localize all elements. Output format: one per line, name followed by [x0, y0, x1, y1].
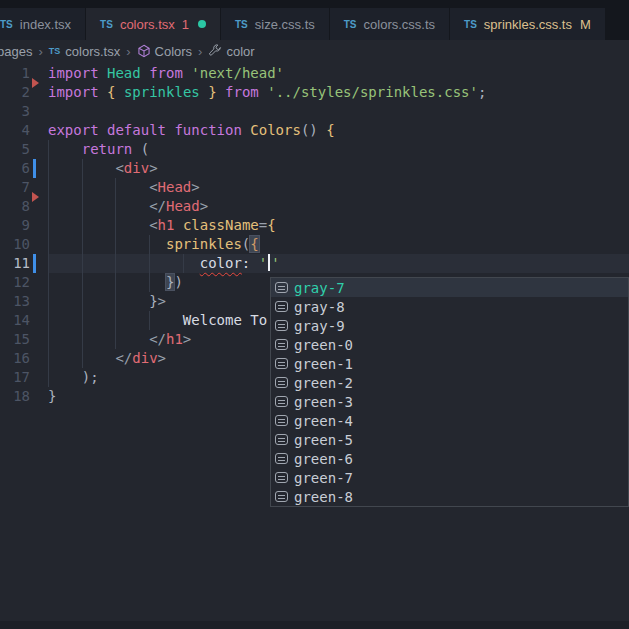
code-token: }: [149, 293, 157, 309]
code-token: (: [132, 141, 149, 157]
breadcrumb-item-pages[interactable]: pages: [0, 44, 32, 59]
tab-colors[interactable]: TScolors.tsx1: [86, 8, 221, 40]
line-number[interactable]: 14: [0, 311, 30, 330]
code-line-8: 8</Head>: [0, 197, 629, 216]
line-number[interactable]: 10: [0, 235, 30, 254]
line-number[interactable]: 17: [0, 368, 30, 387]
code-token: >: [183, 331, 191, 347]
code-line-content[interactable]: <Head>: [48, 178, 629, 197]
code-line-7: 7<Head>: [0, 178, 629, 197]
tab-size[interactable]: TSsize.css.ts: [221, 8, 330, 40]
line-number[interactable]: 13: [0, 292, 30, 311]
suggest-item-label: green-4: [294, 413, 353, 429]
code-token: {: [267, 217, 275, 233]
gutter-decorations: [30, 102, 48, 121]
line-number[interactable]: 18: [0, 387, 30, 406]
code-line-content[interactable]: [48, 102, 629, 121]
suggest-item-label: green-3: [294, 394, 353, 410]
breadcrumb-item-Colors[interactable]: Colors: [137, 44, 193, 59]
line-number[interactable]: 4: [0, 121, 30, 140]
line-number[interactable]: 9: [0, 216, 30, 235]
code-token: [200, 84, 208, 100]
code-line-content[interactable]: <div>: [48, 159, 629, 178]
suggest-item-green-0[interactable]: green-0: [271, 335, 628, 354]
indent-guides: [48, 178, 147, 197]
code-line-11: 11color: '': [0, 254, 629, 273]
tab-sprinkles[interactable]: TSsprinkles.css.tsM: [450, 8, 606, 40]
code-line-content[interactable]: color: '': [48, 254, 629, 273]
suggest-item-label: green-5: [294, 432, 353, 448]
code-line-1: 1import Head from 'next/head': [0, 64, 629, 83]
code-line-content[interactable]: import Head from 'next/head': [48, 64, 629, 83]
error-count-badge: 1: [182, 17, 189, 32]
suggest-item-green-5[interactable]: green-5: [271, 430, 628, 449]
suggest-item-green-4[interactable]: green-4: [271, 411, 628, 430]
typescript-file-icon: TS: [464, 19, 477, 30]
tab-index[interactable]: TSindex.tsx: [0, 8, 86, 40]
suggest-item-gray-7[interactable]: gray-7: [271, 278, 628, 297]
code-token: className: [183, 217, 259, 233]
breadcrumb-label: colors.tsx: [65, 44, 120, 59]
code-token: import: [48, 84, 99, 100]
code-line-content[interactable]: sprinkles({: [48, 235, 629, 254]
suggest-item-green-2[interactable]: green-2: [271, 373, 628, 392]
tab-label: size.css.ts: [255, 17, 315, 32]
line-number[interactable]: 15: [0, 330, 30, 349]
gutter-decorations: [30, 64, 48, 83]
code-line-content[interactable]: </Head>: [48, 197, 629, 216]
suggest-item-gray-8[interactable]: gray-8: [271, 297, 628, 316]
symbol-value-icon: [275, 472, 288, 483]
suggest-item-green-1[interactable]: green-1: [271, 354, 628, 373]
line-number[interactable]: 16: [0, 349, 30, 368]
modified-dot-icon[interactable]: [198, 20, 206, 28]
line-number[interactable]: 6: [0, 159, 30, 178]
line-number[interactable]: 5: [0, 140, 30, 159]
text-cursor: [268, 254, 270, 271]
symbol-value-icon: [275, 491, 288, 502]
tab-colors-css[interactable]: TScolors.css.ts: [330, 8, 450, 40]
code-token: Colors: [250, 122, 301, 138]
code-line-content[interactable]: return (: [48, 140, 629, 159]
code-token: Welcome To: [183, 312, 267, 328]
line-number[interactable]: 3: [0, 102, 30, 121]
indent-guides: [48, 292, 147, 311]
suggest-item-green-8[interactable]: green-8: [271, 487, 628, 506]
code-token: <: [149, 179, 157, 195]
line-number[interactable]: 7: [0, 178, 30, 197]
autocomplete-suggest-widget: gray-7gray-8gray-9green-0green-1green-2g…: [270, 277, 629, 507]
suggest-item-label: green-7: [294, 470, 353, 486]
code-line-content[interactable]: <h1 className={: [48, 216, 629, 235]
code-token: >: [200, 198, 208, 214]
code-token: </: [149, 331, 166, 347]
code-token: import: [48, 65, 99, 81]
breadcrumb-item-colors-tsx[interactable]: TScolors.tsx: [49, 44, 120, 59]
line-number[interactable]: 1: [0, 64, 30, 83]
suggest-item-green-3[interactable]: green-3: [271, 392, 628, 411]
code-token: div: [132, 350, 157, 366]
line-number[interactable]: 8: [0, 197, 30, 216]
code-token: [115, 84, 123, 100]
suggest-item-green-7[interactable]: green-7: [271, 468, 628, 487]
typescript-file-icon: TS: [235, 19, 248, 30]
code-line-content[interactable]: import { sprinkles } from '../styles/spr…: [48, 83, 629, 102]
line-number[interactable]: 11: [0, 254, 30, 273]
breadcrumb-label: pages: [0, 44, 32, 59]
code-line-6: 6<div>: [0, 159, 629, 178]
code-token: >: [149, 160, 157, 176]
code-line-content[interactable]: export default function Colors() {: [48, 121, 629, 140]
tab-label: colors.css.ts: [364, 17, 436, 32]
code-token: Head: [107, 65, 141, 81]
breadcrumb-separator-icon: ›: [38, 44, 42, 59]
code-line-4: 4export default function Colors() {: [0, 121, 629, 140]
indent-guides: [48, 330, 147, 349]
suggest-item-green-6[interactable]: green-6: [271, 449, 628, 468]
breadcrumb-item-color[interactable]: color: [208, 44, 254, 59]
indent-guides: [48, 254, 198, 273]
code-token: [174, 217, 182, 233]
line-number[interactable]: 12: [0, 273, 30, 292]
suggest-item-label: gray-9: [294, 318, 345, 334]
symbol-value-icon: [275, 301, 288, 312]
line-number[interactable]: 2: [0, 83, 30, 102]
code-token: <: [115, 160, 123, 176]
suggest-item-gray-9[interactable]: gray-9: [271, 316, 628, 335]
